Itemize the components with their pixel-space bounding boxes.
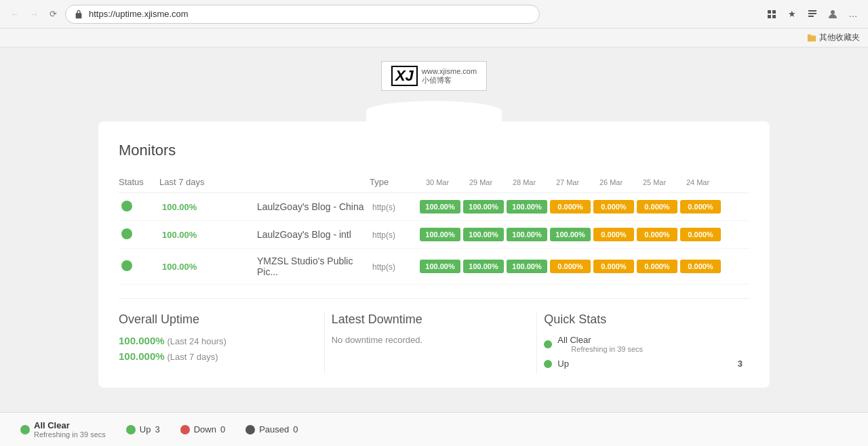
date-label: 25 Mar [634, 178, 675, 186]
uptime-badge[interactable]: 100.00% [463, 200, 504, 214]
qs-count-1: 3 [738, 359, 743, 369]
date-label: 30 Mar [417, 178, 458, 186]
qs-label-1: Up [557, 359, 732, 369]
bottom-paused-label: Paused [259, 424, 289, 434]
profile-button[interactable] [826, 7, 840, 21]
bookmark-label: 其他收藏夹 [819, 32, 860, 43]
status-cell [119, 249, 159, 285]
uptime-badge[interactable]: 100.00% [420, 200, 460, 214]
folder-icon [807, 33, 816, 43]
latest-downtime-text: No downtime recorded. [332, 335, 530, 345]
logo-box: XJ www.xjisme.com 小侦博客 [381, 61, 487, 91]
logo-area: XJ www.xjisme.com 小侦博客 [381, 61, 487, 91]
logo-url: www.xjisme.com [422, 67, 477, 75]
qs-label-0: All Clear [557, 335, 643, 345]
qs-dot-1 [544, 360, 552, 368]
uptime-pct: 100.00% [162, 230, 197, 240]
monitor-name-cell: LaulzGoay's Blog - China [254, 193, 370, 221]
qs-dot-0 [544, 340, 552, 348]
uptime-badge[interactable]: 100.00% [507, 228, 547, 241]
section-divider [119, 298, 749, 299]
quick-stats-item-0: All Clear Refreshing in 39 secs [544, 335, 743, 353]
table-row[interactable]: 100.00%LaulzGoay's Blog - Chinahttp(s)10… [119, 193, 749, 221]
uptime-badge[interactable]: 100.00% [550, 228, 591, 241]
uptime-badge[interactable]: 0.000% [680, 200, 721, 214]
status-dot [121, 228, 132, 239]
bookmark-folder[interactable]: 其他收藏夹 [807, 32, 860, 43]
uptime-pct: 100.00% [162, 262, 197, 272]
quick-stats-title: Quick Stats [544, 312, 743, 327]
uptime-badge[interactable]: 100.00% [507, 260, 547, 273]
th-status: Status [119, 177, 159, 193]
status-cell [119, 193, 159, 221]
table-row[interactable]: 100.00%YMZSL Studio's Public Pic...http(… [119, 249, 749, 285]
monitor-type: http(s) [372, 230, 395, 240]
monitor-type-cell: http(s) [370, 249, 417, 285]
status-dot [121, 260, 132, 271]
uptime-badge[interactable]: 0.000% [550, 260, 591, 273]
uptime-badge[interactable]: 0.000% [680, 228, 721, 241]
date-label: 26 Mar [591, 178, 631, 186]
overall-uptime-block: Overall Uptime 100.000% (Last 24 hours) … [119, 312, 325, 374]
bottom-up-count: 3 [155, 424, 159, 434]
uptime-pct-cell: 100.00% [159, 221, 254, 249]
uptime-badge[interactable]: 0.000% [637, 228, 677, 241]
date-label: 29 Mar [460, 178, 501, 186]
bottom-up-indicator: Up 3 [126, 424, 160, 434]
monitors-table: Status Last 7 days Type 30 Mar29 Mar28 M… [119, 177, 749, 285]
extensions-button[interactable] [765, 7, 778, 21]
uptime-pct-cell: 100.00% [159, 193, 254, 221]
bottom-status-sub: Refreshing in 39 secs [34, 430, 106, 439]
bottom-down-label: Down [194, 424, 216, 434]
quick-stats-item-1: Up 3 [544, 359, 743, 369]
bottom-paused-dot [245, 425, 255, 434]
url-text: https://uptime.xjisme.com [89, 9, 189, 19]
date-label: 27 Mar [547, 178, 588, 186]
status-dot [121, 201, 132, 211]
uptime-badge[interactable]: 0.000% [637, 260, 677, 273]
menu-button[interactable]: … [846, 7, 860, 21]
monitor-name: LaulzGoay's Blog - intl [257, 229, 351, 240]
latest-downtime-block: Latest Downtime No downtime recorded. [325, 312, 538, 374]
bottom-bar: All Clear Refreshing in 39 secs Up 3 Dow… [0, 412, 868, 446]
uptime-badge[interactable]: 0.000% [637, 200, 677, 214]
uptime-badge[interactable]: 0.000% [593, 200, 634, 214]
page-background: XJ www.xjisme.com 小侦博客 Monitors Status L… [0, 47, 868, 446]
th-type: Type [370, 177, 417, 193]
uptime-7d-label: (Last 7 days) [167, 352, 218, 362]
address-bar[interactable]: https://uptime.xjisme.com [65, 5, 540, 24]
uptime-badge[interactable]: 100.00% [463, 260, 504, 273]
bookmark-star-button[interactable]: ★ [785, 7, 799, 21]
uptime-badge[interactable]: 100.00% [420, 260, 460, 273]
table-row[interactable]: 100.00%LaulzGoay's Blog - intlhttp(s)100… [119, 221, 749, 249]
uptime-badge[interactable]: 100.00% [463, 228, 504, 241]
lock-icon [74, 9, 83, 19]
uptime-pct-cell: 100.00% [159, 249, 254, 285]
uptime-badge[interactable]: 0.000% [593, 228, 634, 241]
date-label: 24 Mar [677, 178, 718, 186]
reading-list-button[interactable] [806, 7, 819, 21]
browser-icons: ★ … [765, 7, 860, 21]
uptime-badge[interactable]: 100.00% [507, 200, 547, 214]
th-name [254, 177, 370, 193]
logo-name: 小侦博客 [422, 75, 477, 85]
uptime-7d-value: 100.000% [119, 350, 165, 362]
logo-xj: XJ [391, 66, 418, 86]
bookmarks-bar: 其他收藏夹 [0, 28, 868, 47]
uptime-badge[interactable]: 0.000% [550, 200, 591, 214]
bottom-down-indicator: Down 0 [180, 424, 225, 434]
monitor-type: http(s) [372, 262, 395, 272]
uptime-badge[interactable]: 0.000% [593, 260, 634, 273]
daily-badges-cell: 100.00%100.00%100.00%0.000%0.000%0.000%0… [417, 193, 749, 221]
logo-text-right: www.xjisme.com 小侦博客 [422, 67, 477, 85]
forward-button[interactable]: → [27, 7, 41, 21]
uptime-24h-label: (Last 24 hours) [167, 336, 226, 346]
reload-button[interactable]: ⟳ [46, 7, 60, 21]
wave-decoration [98, 101, 770, 121]
uptime-badge[interactable]: 100.00% [420, 228, 460, 241]
bottom-paused-count: 0 [293, 424, 298, 434]
back-button[interactable]: ← [8, 7, 22, 21]
monitor-name: YMZSL Studio's Public Pic... [257, 256, 353, 277]
monitor-name: LaulzGoay's Blog - China [257, 201, 364, 212]
uptime-badge[interactable]: 0.000% [680, 260, 721, 273]
